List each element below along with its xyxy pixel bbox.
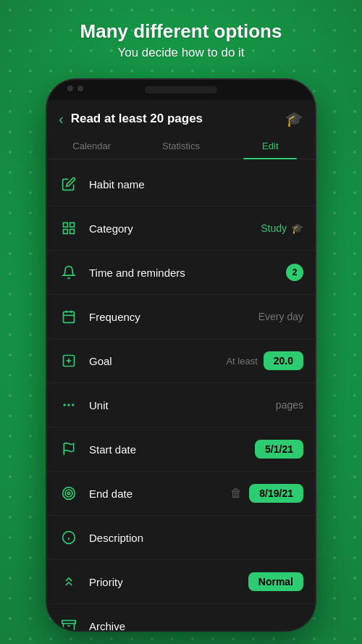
svg-point-13: [72, 403, 74, 406]
trash-icon[interactable]: 🗑: [230, 487, 242, 500]
svg-point-16: [65, 490, 72, 497]
reminders-badge: 2: [286, 264, 303, 281]
tab-statistics[interactable]: Statistics: [136, 133, 225, 159]
svg-rect-0: [64, 223, 68, 227]
svg-rect-2: [64, 230, 68, 234]
end-date-label: End date: [89, 488, 230, 500]
habit-name-row[interactable]: Habit name: [47, 162, 315, 206]
phone-screen: ‹ Read at least 20 pages 🎓 Calendar Stat…: [47, 100, 315, 630]
app-header-title: Read at least 20 pages: [71, 112, 285, 126]
start-date-value[interactable]: 5/1/21: [255, 440, 303, 459]
habit-name-label: Habit name: [89, 178, 303, 191]
description-row[interactable]: Description: [47, 516, 315, 560]
tab-edit[interactable]: Edit: [226, 133, 315, 159]
unit-value: pages: [276, 399, 303, 411]
header-category-icon: 🎓: [285, 110, 303, 127]
start-date-label: Start date: [89, 443, 255, 456]
info-icon: [59, 527, 79, 548]
back-button[interactable]: ‹: [59, 111, 64, 127]
promo-header: Many different options You decide how to…: [0, 0, 362, 60]
phone-cameras: [67, 85, 83, 91]
description-label: Description: [89, 532, 303, 544]
priority-value[interactable]: Normal: [248, 572, 303, 591]
time-reminders-label: Time and reminders: [89, 267, 286, 279]
pencil-icon: [59, 174, 79, 194]
calendar-icon: [59, 306, 79, 327]
camera-dot-1: [67, 85, 73, 91]
svg-rect-3: [70, 230, 75, 234]
study-icon: 🎓: [291, 222, 303, 234]
bell-icon: [59, 262, 79, 283]
app-header: ‹ Read at least 20 pages 🎓: [47, 100, 315, 133]
tab-calendar[interactable]: Calendar: [47, 133, 136, 159]
camera-dot-2: [77, 85, 83, 91]
plus-square-icon: [59, 351, 79, 371]
svg-rect-1: [70, 223, 75, 227]
time-reminders-row[interactable]: Time and reminders 2: [47, 251, 315, 295]
grid-icon: [59, 218, 79, 238]
frequency-value: Every day: [258, 311, 303, 322]
category-row[interactable]: Category Study 🎓: [47, 206, 315, 251]
flag-icon: [59, 439, 79, 459]
svg-point-11: [64, 403, 66, 406]
svg-point-17: [67, 492, 70, 494]
frequency-row[interactable]: Frequency Every day: [47, 295, 315, 339]
archive-label: Archive: [89, 620, 303, 631]
start-date-row[interactable]: Start date 5/1/21: [47, 427, 315, 472]
target-icon: [59, 483, 79, 503]
promo-title: Many different options: [0, 20, 362, 43]
priority-row[interactable]: Priority Normal: [47, 560, 315, 604]
goal-value[interactable]: 20.0: [264, 351, 303, 370]
svg-rect-4: [64, 311, 75, 322]
unit-row[interactable]: Unit pages: [47, 383, 315, 427]
frequency-label: Frequency: [89, 311, 258, 323]
goal-sub-label: At least: [226, 356, 257, 367]
goal-row[interactable]: Goal At least 20.0: [47, 339, 315, 383]
dots-icon: [59, 395, 79, 415]
archive-row[interactable]: Archive: [47, 604, 315, 630]
category-label: Category: [89, 222, 261, 235]
promo-subtitle: You decide how to do it: [0, 46, 362, 60]
category-value: Study 🎓: [261, 222, 303, 234]
end-date-value[interactable]: 8/19/21: [249, 484, 303, 503]
phone-notch: [47, 80, 315, 100]
settings-list: Habit name Category Study 🎓: [47, 159, 315, 630]
unit-label: Unit: [89, 399, 276, 411]
tab-bar: Calendar Statistics Edit: [47, 133, 315, 159]
arrows-up-icon: [59, 572, 79, 592]
goal-label: Goal: [89, 355, 226, 367]
svg-point-12: [67, 403, 70, 406]
priority-label: Priority: [89, 576, 248, 588]
end-date-row[interactable]: End date 🗑 8/19/21: [47, 472, 315, 516]
svg-rect-21: [62, 621, 75, 624]
phone-device: ‹ Read at least 20 pages 🎓 Calendar Stat…: [47, 80, 315, 630]
